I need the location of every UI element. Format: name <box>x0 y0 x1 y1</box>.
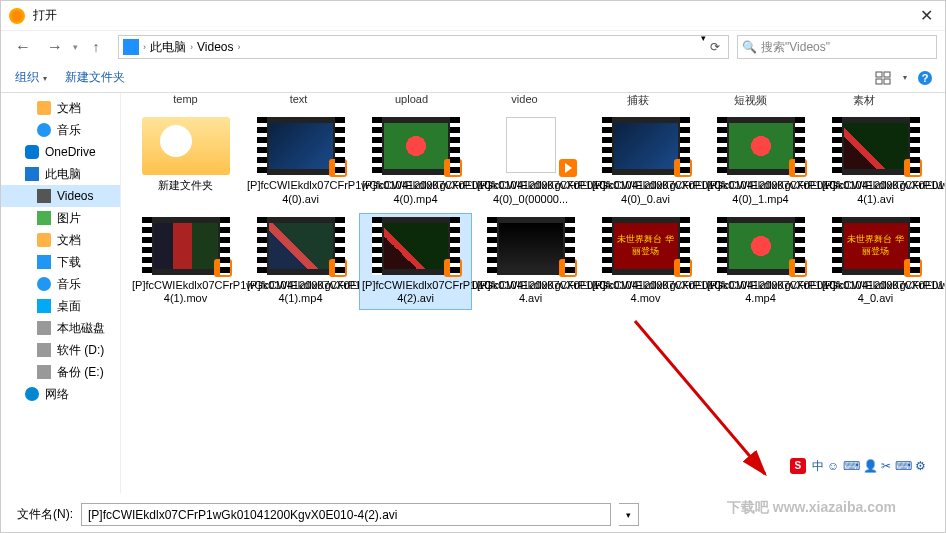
sidebar-item-音乐[interactable]: 音乐 <box>1 273 120 295</box>
file-name: [P]fcCWIEkdlx07CFrP1wGk01041200KgvX0E010… <box>477 179 584 207</box>
help-icon[interactable]: ? <box>917 70 933 86</box>
folder-label: upload <box>355 93 468 113</box>
play-overlay-icon <box>674 159 692 177</box>
sidebar-item-本地磁盘[interactable]: 本地磁盘 <box>1 317 120 339</box>
sidebar-item-label: Videos <box>57 189 93 203</box>
sidebar-item-文档[interactable]: 文档 <box>1 229 120 251</box>
video-thumb <box>487 117 575 175</box>
refresh-button[interactable]: ⟳ <box>706 33 724 61</box>
folder-label: video <box>468 93 581 113</box>
file-item[interactable]: [P]fcCWIEkdlx07CFrP1wGk01041200KgvX0E010… <box>474 213 587 311</box>
filename-input[interactable] <box>81 503 611 526</box>
sidebar-item-label: 音乐 <box>57 276 81 293</box>
file-item[interactable]: 未世界舞台 华丽登场[P]fcCWIEkdlx07CFrP1wGk0104120… <box>819 213 932 311</box>
sidebar-item-Videos[interactable]: Videos <box>1 185 120 207</box>
view-icon[interactable] <box>875 71 893 85</box>
breadcrumb-root[interactable]: 此电脑 <box>150 39 186 56</box>
ime-icons[interactable]: 中 ☺ ⌨ 👤 ✂ ⌨ ⚙ <box>812 458 926 475</box>
file-name: [P]fcCWIEkdlx07CFrP1wGk01041200KgvX0E010… <box>247 179 354 207</box>
video-thumb <box>372 117 460 175</box>
up-button[interactable]: ↑ <box>82 33 110 61</box>
sidebar-item-桌面[interactable]: 桌面 <box>1 295 120 317</box>
file-item[interactable]: [P]fcCWIEkdlx07CFrP1wGk01041200KgvX0E010… <box>589 113 702 211</box>
svg-rect-3 <box>884 79 890 84</box>
titlebar: 打开 ✕ <box>1 1 945 31</box>
play-overlay-icon <box>559 259 577 277</box>
play-overlay-icon <box>789 159 807 177</box>
file-item[interactable]: [P]fcCWIEkdlx07CFrP1wGk01041200KgvX0E010… <box>704 113 817 211</box>
sidebar-item-label: 此电脑 <box>45 166 81 183</box>
video-thumb <box>372 217 460 275</box>
svg-rect-1 <box>884 72 890 77</box>
sogou-logo-icon: S <box>790 458 806 474</box>
play-overlay-icon <box>444 159 462 177</box>
history-dropdown[interactable]: ▾ <box>73 42 78 52</box>
folder-label: 短视频 <box>694 93 807 113</box>
back-button[interactable]: ← <box>9 33 37 61</box>
video-icon <box>37 189 51 203</box>
video-thumb <box>717 217 805 275</box>
folder-label: temp <box>129 93 242 113</box>
file-grid: 新建文件夹[P]fcCWIEkdlx07CFrP1wGk01041200KgvX… <box>129 113 937 211</box>
play-overlay-icon <box>904 159 922 177</box>
file-item[interactable]: [P]fcCWIEkdlx07CFrP1wGk01041200KgvX0E010… <box>244 213 357 311</box>
sidebar-item-备份 (E:)[interactable]: 备份 (E:) <box>1 361 120 383</box>
video-thumb <box>717 117 805 175</box>
filename-label: 文件名(N): <box>17 506 73 523</box>
svg-rect-0 <box>876 72 882 77</box>
organize-button[interactable]: 组织▾ <box>15 69 47 86</box>
file-item[interactable]: 新建文件夹 <box>129 113 242 211</box>
play-overlay-icon <box>329 259 347 277</box>
newfolder-button[interactable]: 新建文件夹 <box>65 69 125 86</box>
file-item[interactable]: [P]fcCWIEkdlx07CFrP1wGk01041200KgvX0E010… <box>129 213 242 311</box>
toolbar: 组织▾ 新建文件夹 ▾ ? <box>1 63 945 93</box>
sidebar-item-label: 本地磁盘 <box>57 320 105 337</box>
sidebar-item-label: 备份 (E:) <box>57 364 104 381</box>
sidebar-item-音乐[interactable]: 音乐 <box>1 119 120 141</box>
file-name: [P]fcCWIEkdlx07CFrP1wGk01041200KgvX0E010… <box>707 279 814 307</box>
sidebar-item-下载[interactable]: 下载 <box>1 251 120 273</box>
disk-icon <box>37 343 51 357</box>
close-icon[interactable]: ✕ <box>916 6 937 25</box>
sidebar-item-软件 (D:)[interactable]: 软件 (D:) <box>1 339 120 361</box>
video-thumb <box>487 217 575 275</box>
file-item[interactable]: [P]fcCWIEkdlx07CFrP1wGk01041200KgvX0E010… <box>819 113 932 211</box>
sidebar-item-此电脑[interactable]: 此电脑 <box>1 163 120 185</box>
sidebar-item-文档[interactable]: 文档 <box>1 97 120 119</box>
filename-dropdown[interactable]: ▾ <box>619 503 639 526</box>
sidebar-item-OneDrive[interactable]: OneDrive <box>1 141 120 163</box>
search-input[interactable]: 🔍 搜索"Videos" <box>737 35 937 59</box>
file-name: [P]fcCWIEkdlx07CFrP1wGk01041200KgvX0E010… <box>362 279 469 307</box>
file-name: [P]fcCWIEkdlx07CFrP1wGk01041200KgvX0E010… <box>822 279 929 307</box>
file-item[interactable]: 未世界舞台 华丽登场[P]fcCWIEkdlx07CFrP1wGk0104120… <box>589 213 702 311</box>
file-name: 新建文件夹 <box>132 179 239 193</box>
file-name: [P]fcCWIEkdlx07CFrP1wGk01041200KgvX0E010… <box>477 279 584 307</box>
play-overlay-icon <box>559 159 577 177</box>
address-bar[interactable]: › 此电脑 › Videos › ▾ ⟳ <box>118 35 729 59</box>
sidebar-item-label: 文档 <box>57 100 81 117</box>
ime-toolbar[interactable]: S 中 ☺ ⌨ 👤 ✂ ⌨ ⚙ <box>790 458 926 475</box>
sidebar-item-图片[interactable]: 图片 <box>1 207 120 229</box>
sidebar-item-label: OneDrive <box>45 145 96 159</box>
music-icon <box>37 277 51 291</box>
chevron-right-icon: › <box>143 42 146 52</box>
forward-button[interactable]: → <box>41 33 69 61</box>
breadcrumb-folder[interactable]: Videos <box>197 40 233 54</box>
file-item[interactable]: [P]fcCWIEkdlx07CFrP1wGk01041200KgvX0E010… <box>359 213 472 311</box>
file-item[interactable]: [P]fcCWIEkdlx07CFrP1wGk01041200KgvX0E010… <box>474 113 587 211</box>
sidebar-item-label: 图片 <box>57 210 81 227</box>
sidebar-item-网络[interactable]: 网络 <box>1 383 120 405</box>
sidebar-item-label: 音乐 <box>57 122 81 139</box>
file-item[interactable]: [P]fcCWIEkdlx07CFrP1wGk01041200KgvX0E010… <box>704 213 817 311</box>
video-thumb <box>257 217 345 275</box>
folder-label: 捕获 <box>581 93 694 113</box>
view-dropdown[interactable]: ▾ <box>903 73 907 82</box>
file-item[interactable]: [P]fcCWIEkdlx07CFrP1wGk01041200KgvX0E010… <box>244 113 357 211</box>
file-name: [P]fcCWIEkdlx07CFrP1wGk01041200KgvX0E010… <box>362 179 469 207</box>
app-icon <box>9 8 25 24</box>
file-name: [P]fcCWIEkdlx07CFrP1wGk01041200KgvX0E010… <box>592 279 699 307</box>
file-grid: [P]fcCWIEkdlx07CFrP1wGk01041200KgvX0E010… <box>129 213 937 311</box>
file-item[interactable]: [P]fcCWIEkdlx07CFrP1wGk01041200KgvX0E010… <box>359 113 472 211</box>
disk-icon <box>37 365 51 379</box>
video-thumb: 未世界舞台 华丽登场 <box>602 217 690 275</box>
